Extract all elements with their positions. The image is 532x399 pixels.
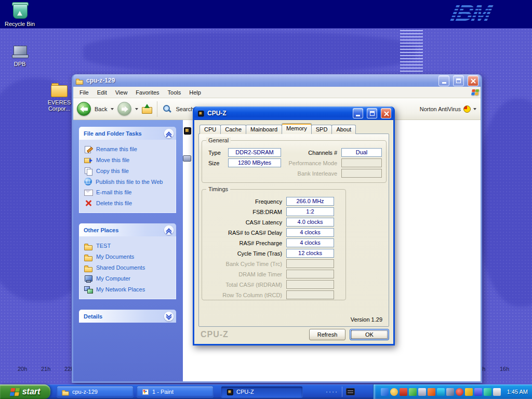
tab-mainboard[interactable]: Mainboard	[246, 125, 282, 134]
chip-icon	[197, 110, 204, 117]
language-bar-icon[interactable]	[346, 388, 355, 395]
tray-icon[interactable]	[465, 388, 473, 396]
tab-cache[interactable]: Cache	[220, 125, 246, 134]
task-label: E-mail this file	[96, 189, 131, 195]
tray-icon[interactable]	[456, 388, 463, 396]
taskbar-task-cpuz-app[interactable]: CPU-Z	[221, 386, 303, 398]
norton-antivirus-toolbar[interactable]: Norton AntiVirus	[420, 98, 476, 119]
up-folder-button[interactable]	[142, 104, 152, 114]
search-label[interactable]: Search	[176, 106, 194, 112]
menu-edit[interactable]: Edit	[93, 88, 111, 97]
timing-row-total-cas: Total CAS# (tRDRAM)	[204, 280, 345, 289]
other-places-title: Other Places	[84, 227, 118, 233]
task-email-file[interactable]: E-mail this file	[84, 188, 174, 196]
tray-icon[interactable]	[390, 388, 398, 396]
timing-value-field: 4 clocks	[286, 238, 334, 247]
tray-icon[interactable]	[437, 388, 445, 396]
tab-cpu[interactable]: CPU	[200, 125, 221, 134]
type-value-field: DDR2-SDRAM	[228, 148, 281, 157]
place-my-computer[interactable]: My Computer	[84, 274, 174, 283]
timing-label: FSB:DRAM	[204, 209, 286, 215]
norton-dropdown-icon[interactable]	[473, 108, 476, 110]
tray-icon[interactable]	[409, 388, 417, 396]
close-button[interactable]	[468, 75, 478, 86]
menu-help[interactable]: Help	[185, 88, 205, 97]
chip-file-icon[interactable]	[183, 126, 191, 135]
timing-label: Frequency	[204, 198, 286, 205]
taskbar: start cpu-z-129 1 - Paint CPU-Z ···· 1:4…	[0, 384, 532, 399]
tray-icon[interactable]	[418, 388, 426, 396]
cpuz-titlebar[interactable]: CPU-Z	[194, 107, 393, 120]
toolbar-separator	[157, 101, 157, 117]
file-tasks-header[interactable]: File and Folder Tasks	[79, 127, 176, 140]
norton-icon	[463, 105, 471, 113]
tab-spd[interactable]: SPD	[311, 125, 332, 134]
desktop-icon-recycle-bin[interactable]: Recycle Bin	[1, 2, 38, 27]
system-tray: 1:45 AM	[373, 384, 532, 399]
task-move-file[interactable]: Move this file	[84, 156, 174, 164]
desktop-icon-dpb[interactable]: DPB	[1, 46, 38, 67]
menu-view[interactable]: View	[111, 88, 132, 97]
cpuz-tab-strip: CPU Cache Mainboard Memory SPD About	[200, 123, 355, 134]
explorer-menubar: File Edit View Favorites Tools Help	[73, 87, 481, 98]
toolbar-grip-dots[interactable]: ····	[326, 388, 338, 395]
maximize-button[interactable]	[453, 75, 464, 86]
forward-button[interactable]	[117, 102, 131, 116]
tray-icon[interactable]	[428, 388, 435, 396]
refresh-button[interactable]: Refresh	[309, 329, 345, 340]
timing-value-field	[286, 280, 334, 289]
tray-icon[interactable]	[400, 388, 407, 396]
menu-tools[interactable]: Tools	[164, 88, 185, 97]
search-icon[interactable]	[162, 104, 172, 114]
other-places-header[interactable]: Other Places	[79, 223, 176, 236]
details-header[interactable]: Details	[79, 310, 176, 323]
place-test[interactable]: TEST	[84, 242, 174, 250]
collapse-chevron-icon[interactable]	[164, 225, 174, 235]
folder-icon	[84, 252, 92, 261]
menu-file[interactable]: File	[75, 88, 93, 97]
back-label[interactable]: Back	[95, 106, 107, 112]
bank-interleave-field	[341, 169, 382, 178]
network-icon	[84, 285, 92, 294]
taskbar-task-paint[interactable]: 1 - Paint	[137, 386, 214, 398]
forward-dropdown-icon[interactable]	[135, 108, 138, 110]
wallpaper-hatch-lines	[400, 30, 423, 74]
cpuz-watermark: CPU-Z	[201, 330, 229, 339]
tray-icon[interactable]	[381, 388, 389, 396]
explorer-titlebar[interactable]: cpu-z-129	[73, 74, 481, 87]
menu-favorites[interactable]: Favorites	[131, 88, 163, 97]
email-icon	[84, 188, 92, 196]
size-label: Size	[208, 160, 219, 166]
ok-button[interactable]: OK	[350, 329, 389, 340]
place-my-network[interactable]: My Network Places	[84, 285, 174, 294]
maximize-button[interactable]	[367, 108, 377, 118]
minimize-button[interactable]	[353, 108, 363, 118]
tray-icon[interactable]	[484, 388, 491, 396]
place-shared-documents[interactable]: Shared Documents	[84, 263, 174, 272]
back-dropdown-icon[interactable]	[111, 108, 114, 110]
place-my-documents[interactable]: My Documents	[84, 252, 174, 261]
tray-icon[interactable]	[493, 388, 501, 396]
tab-memory[interactable]: Memory	[282, 123, 312, 134]
cpuz-body: CPU Cache Mainboard Memory SPD About Gen…	[194, 120, 393, 344]
task-publish-file[interactable]: Publish this file to the Web	[84, 178, 174, 185]
task-copy-file[interactable]: Copy this file	[84, 167, 174, 175]
tray-icon[interactable]	[474, 388, 482, 396]
close-button[interactable]	[381, 108, 391, 118]
place-label: My Network Places	[96, 286, 145, 292]
folder-icon	[51, 83, 68, 97]
collapse-chevron-icon[interactable]	[164, 129, 174, 138]
back-button[interactable]	[77, 102, 91, 116]
start-button[interactable]: start	[0, 384, 50, 399]
minimize-button[interactable]	[438, 75, 449, 86]
task-delete-file[interactable]: Delete this file	[84, 199, 174, 207]
taskbar-task-cpuz-folder[interactable]: cpu-z-129	[57, 386, 134, 398]
tab-about[interactable]: About	[331, 125, 356, 134]
tray-icon[interactable]	[446, 388, 454, 396]
expand-chevron-icon[interactable]	[164, 312, 174, 321]
task-rename-file[interactable]: Rename this file	[84, 145, 174, 153]
folder-icon	[84, 242, 92, 250]
task-button-label: CPU-Z	[236, 389, 254, 395]
performance-mode-field	[341, 158, 382, 167]
file-icon[interactable]	[183, 155, 191, 162]
